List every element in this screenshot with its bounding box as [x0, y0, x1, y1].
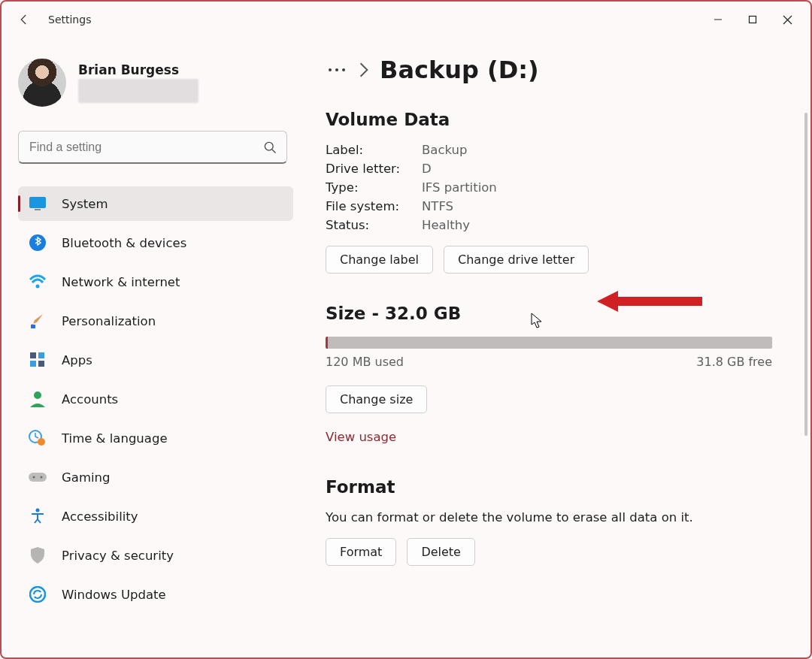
- svg-rect-5: [35, 209, 41, 210]
- svg-point-19: [36, 509, 40, 512]
- nav-item-accessibility[interactable]: Accessibility: [18, 499, 293, 534]
- paintbrush-icon: [29, 312, 47, 330]
- ellipsis-icon: [328, 67, 346, 73]
- shield-icon: [29, 546, 47, 564]
- svg-point-21: [329, 68, 332, 71]
- nav-label: Accessibility: [62, 509, 138, 524]
- update-icon: [29, 585, 47, 603]
- storage-free-label: 31.8 GB free: [696, 355, 772, 369]
- svg-point-2: [265, 142, 273, 150]
- sidebar: Brian Burgess System: [2, 38, 298, 657]
- svg-point-15: [38, 438, 45, 446]
- nav-label: Gaming: [62, 470, 111, 485]
- status-key: Status:: [326, 218, 422, 232]
- nav-label: System: [62, 197, 108, 211]
- svg-point-13: [34, 391, 41, 399]
- filesystem-value: NTFS: [422, 199, 453, 213]
- svg-rect-4: [29, 197, 46, 208]
- nav-item-privacy[interactable]: Privacy & security: [18, 538, 293, 573]
- nav-item-time-language[interactable]: Time & language: [18, 421, 293, 455]
- back-button[interactable]: [9, 5, 39, 35]
- settings-window: Settings Brian Burgess: [0, 0, 812, 659]
- format-heading: Format: [326, 477, 780, 497]
- format-button[interactable]: Format: [326, 538, 396, 566]
- svg-rect-12: [38, 361, 44, 367]
- close-button[interactable]: [770, 8, 804, 32]
- apps-icon: [29, 351, 47, 369]
- maximize-button[interactable]: [735, 8, 770, 32]
- svg-rect-10: [38, 352, 44, 358]
- wifi-icon: [29, 273, 47, 291]
- page-title: Backup (D:): [380, 56, 539, 84]
- change-size-button[interactable]: Change size: [326, 385, 427, 413]
- nav-label: Privacy & security: [62, 549, 174, 563]
- view-usage-link[interactable]: View usage: [326, 430, 396, 444]
- svg-point-17: [33, 476, 35, 479]
- profile-name: Brian Burgess: [78, 62, 198, 77]
- svg-rect-1: [750, 17, 756, 23]
- search-input[interactable]: [28, 140, 262, 155]
- search-icon: [262, 140, 277, 155]
- delete-button[interactable]: Delete: [407, 538, 475, 566]
- svg-point-20: [30, 587, 45, 602]
- chevron-right-icon: [359, 62, 369, 78]
- nav-label: Windows Update: [62, 588, 166, 602]
- svg-point-18: [41, 476, 43, 479]
- profile[interactable]: Brian Burgess: [18, 59, 288, 107]
- profile-secondary-redacted: [78, 79, 198, 103]
- bluetooth-icon: [29, 234, 47, 252]
- type-key: Type:: [326, 180, 422, 195]
- status-value: Healthy: [422, 218, 470, 232]
- gamepad-icon: [29, 468, 47, 486]
- breadcrumb: Backup (D:): [326, 56, 780, 84]
- nav-label: Bluetooth & devices: [62, 236, 186, 250]
- size-heading: Size - 32.0 GB: [326, 304, 780, 323]
- nav-item-system[interactable]: System: [18, 186, 293, 221]
- window-controls: [701, 8, 804, 32]
- nav-item-gaming[interactable]: Gaming: [18, 460, 293, 494]
- change-label-button[interactable]: Change label: [326, 246, 433, 274]
- accessibility-icon: [29, 507, 47, 525]
- nav-item-windows-update[interactable]: Windows Update: [18, 577, 293, 612]
- breadcrumb-overflow[interactable]: [326, 62, 348, 78]
- storage-used-label: 120 MB used: [326, 355, 404, 369]
- svg-point-22: [335, 68, 338, 71]
- volume-data-heading: Volume Data: [326, 110, 780, 129]
- nav-label: Network & internet: [62, 275, 180, 289]
- nav-label: Apps: [62, 353, 92, 367]
- nav-item-personalization[interactable]: Personalization: [18, 304, 293, 338]
- person-icon: [29, 390, 47, 408]
- search-box[interactable]: [18, 131, 287, 164]
- system-icon: [29, 195, 47, 213]
- nav-label: Accounts: [62, 392, 118, 407]
- svg-rect-11: [30, 361, 36, 367]
- nav-label: Time & language: [62, 431, 168, 446]
- storage-bar: [326, 337, 772, 349]
- svg-rect-8: [31, 325, 35, 328]
- avatar: [18, 59, 66, 107]
- format-description: You can format or delete the volume to e…: [326, 510, 780, 524]
- scrollbar[interactable]: [804, 113, 807, 436]
- nav-item-network[interactable]: Network & internet: [18, 265, 293, 299]
- svg-rect-16: [29, 473, 47, 482]
- filesystem-key: File system:: [326, 199, 422, 213]
- label-value: Backup: [422, 143, 467, 157]
- nav-item-bluetooth[interactable]: Bluetooth & devices: [18, 225, 293, 260]
- svg-line-3: [272, 149, 276, 153]
- svg-point-23: [342, 68, 345, 71]
- nav-label: Personalization: [62, 314, 156, 328]
- drive-letter-key: Drive letter:: [326, 162, 422, 176]
- app-title: Settings: [48, 14, 91, 26]
- nav-item-apps[interactable]: Apps: [18, 343, 293, 377]
- change-drive-letter-button[interactable]: Change drive letter: [444, 246, 589, 274]
- nav-item-accounts[interactable]: Accounts: [18, 382, 293, 416]
- svg-rect-9: [30, 352, 36, 358]
- drive-letter-value: D: [422, 162, 432, 176]
- type-value: IFS partition: [422, 180, 497, 195]
- minimize-button[interactable]: [701, 8, 735, 32]
- nav: System Bluetooth & devices Network & int…: [18, 186, 293, 616]
- titlebar: Settings: [2, 2, 810, 38]
- clock-globe-icon: [29, 429, 47, 447]
- label-key: Label:: [326, 143, 422, 157]
- storage-bar-used: [326, 337, 328, 349]
